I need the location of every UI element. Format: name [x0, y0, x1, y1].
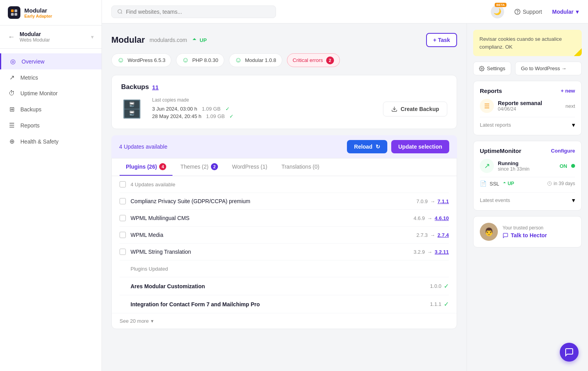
goto-wordpress-button[interactable]: Go to WordPress →: [515, 62, 582, 75]
tab-plugins[interactable]: Plugins (26) 4: [120, 158, 172, 176]
ssl-label: SSL: [490, 181, 499, 187]
list-item: 4 Updates available: [120, 176, 449, 193]
next-button[interactable]: next: [565, 103, 575, 109]
svg-point-8: [481, 68, 483, 69]
account-switcher[interactable]: ← Modular Webs Modular ▾: [0, 25, 102, 49]
svg-point-4: [118, 9, 122, 13]
check-icon: ✓: [444, 300, 449, 308]
uptime-panel: UptimeMonitor Configure ↗ Running since …: [473, 141, 582, 211]
tab-label: Themes (2): [180, 164, 209, 170]
sidebar-item-label: Health & Safety: [20, 138, 58, 145]
configure-button[interactable]: Configure: [551, 148, 575, 154]
search-box[interactable]: [111, 5, 276, 18]
backups-title: Backups: [121, 83, 149, 91]
backups-card: Backups 11 🗄️ Last copies made 3 Jun 202…: [111, 75, 457, 129]
plugin-checkbox[interactable]: [120, 232, 126, 238]
on-label: ON: [560, 163, 568, 169]
backup-row: 28 May 2024, 20:45 h 1.09 GB ✓: [152, 113, 374, 119]
back-icon[interactable]: ←: [8, 33, 15, 41]
settings-button[interactable]: Settings: [473, 62, 511, 75]
all-updates-label: 4 Updates available: [131, 182, 449, 187]
search-input[interactable]: [126, 9, 270, 15]
pill-php: ☺ PHP 8.0.30: [176, 53, 224, 67]
version-from: 7.0.9: [416, 198, 428, 204]
plugin-checkbox[interactable]: [120, 249, 126, 255]
backup-date: 3 Jun 2024, 03:00 h: [152, 106, 197, 112]
main-area: 🌙 BETA Support Modular ▾ Modular modular…: [102, 0, 588, 371]
updates-count: 4 Updates available: [119, 144, 167, 150]
latest-events-label: Latest events: [480, 197, 510, 203]
plugin-name: Complianz Privacy Suite (GDPR/CCPA) prem…: [131, 198, 412, 204]
version-to[interactable]: 2.7.4: [437, 232, 449, 238]
latest-events-chevron[interactable]: ▾: [572, 196, 575, 204]
select-all-checkbox[interactable]: [120, 181, 126, 187]
create-backup-button[interactable]: Create Backup: [383, 102, 447, 116]
sidebar: Modular Early Adapter ← Modular Webs Mod…: [0, 0, 102, 371]
user-menu[interactable]: Modular ▾: [552, 9, 579, 15]
reload-button[interactable]: Reload ↻: [347, 140, 387, 153]
version-from: 2.7.3: [416, 232, 428, 238]
svg-rect-3: [15, 13, 17, 16]
sidebar-item-label: Reports: [20, 122, 40, 129]
backup-illustration: 🗄️: [121, 100, 143, 118]
sidebar-item-metrics[interactable]: ↗ Metrics: [0, 69, 102, 85]
backup-row: 3 Jun 2024, 03:00 h 1.09 GB ✓: [152, 106, 374, 112]
sidebar-item-overview[interactable]: ◎ Overview: [0, 53, 102, 69]
support-icon: [514, 9, 521, 15]
user-chevron-icon: ▾: [576, 9, 579, 15]
dark-mode-button[interactable]: 🌙 BETA: [491, 5, 504, 18]
plugin-name: WPML Media: [131, 232, 412, 238]
site-status: UP: [192, 37, 207, 43]
version-to[interactable]: 4.6.10: [435, 215, 449, 221]
sidebar-nav: ◎ Overview ↗ Metrics ⏱ Uptime Monitor ⊞ …: [0, 49, 102, 371]
updates-bar: 4 Updates available Reload ↻ Update sele…: [111, 135, 457, 158]
plugin-checkbox[interactable]: [120, 198, 126, 204]
version-to[interactable]: 3.2.11: [435, 249, 449, 255]
update-list: 4 Updates available Complianz Privacy Su…: [112, 176, 457, 313]
logo-subtitle: Early Adapter: [24, 14, 52, 18]
sidebar-item-health[interactable]: ⊕ Health & Safety: [0, 133, 102, 149]
plugin-name: WPML String Translation: [131, 249, 409, 255]
tab-badge: 2: [211, 163, 218, 170]
sidebar-item-label: Metrics: [20, 75, 38, 81]
support-button[interactable]: Support: [510, 6, 546, 17]
uptime-since: since 1h 33min: [498, 166, 556, 172]
backups-count[interactable]: 11: [152, 84, 159, 91]
main-content: Modular modulards.com UP + Task ☺ WordPr…: [102, 24, 466, 371]
uptime-arrow-icon: ↗: [480, 159, 494, 173]
task-button[interactable]: + Task: [426, 33, 457, 47]
pill-label: Modular 1.0.8: [245, 57, 276, 63]
tab-wordpress[interactable]: WordPress (1): [226, 158, 274, 176]
pill-label: Critical errors: [293, 57, 323, 63]
uptime-icon: ⏱: [8, 90, 16, 97]
check-icon: ✓: [444, 282, 449, 290]
new-report-button[interactable]: + new: [561, 88, 575, 94]
smiley-icon: ☺: [117, 56, 124, 64]
tab-translations[interactable]: Translations (0): [275, 158, 326, 176]
talk-to-hector-button[interactable]: Talk to Hector: [503, 232, 575, 238]
trusted-label: Your trusted person: [503, 225, 575, 231]
version: 1.0.0: [430, 283, 441, 289]
chat-bubble-button[interactable]: [560, 343, 579, 362]
version-to[interactable]: 7.1.1: [437, 198, 449, 204]
content-area: Modular modulards.com UP + Task ☺ WordPr…: [102, 24, 588, 371]
plugin-checkbox[interactable]: [120, 215, 126, 221]
tab-themes[interactable]: Themes (2) 2: [174, 158, 224, 176]
list-item: WPML Media 2.7.3 → 2.7.4: [120, 227, 449, 244]
sidebar-item-backups[interactable]: ⊞ Backups: [0, 101, 102, 117]
status-dot: [571, 164, 575, 168]
plugin-name: Ares Modular Customization: [131, 283, 425, 289]
tab-label: WordPress (1): [232, 164, 267, 170]
latest-reports-chevron[interactable]: ▾: [572, 121, 575, 129]
see-more-button[interactable]: See 20 more ▾: [112, 313, 457, 329]
backup-size: 1.09 GB: [202, 106, 221, 112]
updates-card: Plugins (26) 4 Themes (2) 2 WordPress (1…: [111, 158, 457, 329]
sidebar-item-uptime[interactable]: ⏱ Uptime Monitor: [0, 85, 102, 101]
latest-reports-row: Latest reports ▾: [480, 117, 575, 129]
update-selection-button[interactable]: Update selection: [391, 140, 449, 153]
backups-icon: ⊞: [8, 105, 16, 113]
chat-bubble-icon: [564, 347, 574, 357]
sidebar-item-reports[interactable]: ☰ Reports: [0, 117, 102, 133]
user-label: Modular: [552, 9, 573, 15]
site-header: Modular modulards.com UP + Task: [111, 33, 457, 47]
